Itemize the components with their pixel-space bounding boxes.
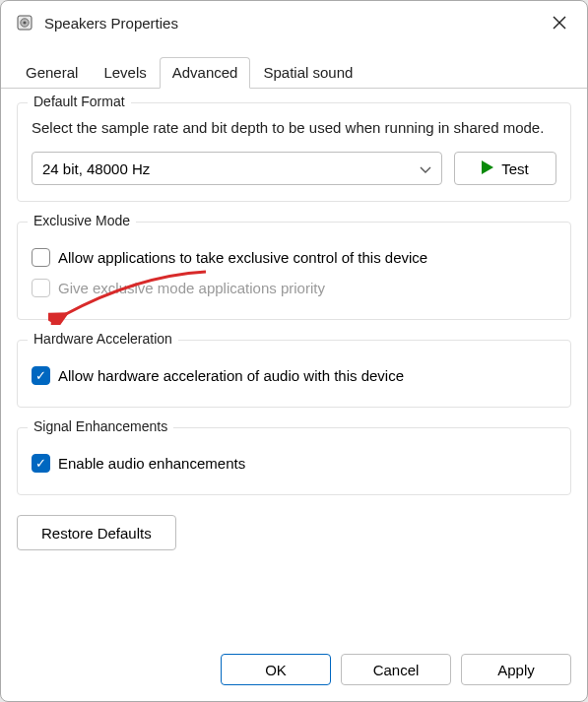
default-format-group: Default Format Select the sample rate an… bbox=[17, 102, 571, 202]
exclusive-mode-title: Exclusive Mode bbox=[28, 213, 136, 228]
svg-point-2 bbox=[23, 21, 26, 24]
exclusive-priority-checkbox bbox=[32, 279, 50, 297]
speaker-icon bbox=[15, 13, 34, 32]
format-dropdown[interactable]: 24 bit, 48000 Hz bbox=[32, 152, 442, 185]
hardware-accel-label: Allow hardware acceleration of audio wit… bbox=[58, 367, 404, 384]
tab-content: Default Format Select the sample rate an… bbox=[1, 89, 587, 644]
restore-defaults-label: Restore Defaults bbox=[41, 525, 152, 542]
cancel-label: Cancel bbox=[373, 662, 420, 678]
close-icon bbox=[553, 16, 566, 30]
close-button[interactable] bbox=[540, 7, 579, 38]
tab-row: General Levels Advanced Spatial sound bbox=[1, 56, 587, 89]
exclusive-mode-group: Exclusive Mode Allow applications to tak… bbox=[17, 222, 571, 320]
test-button-label: Test bbox=[501, 160, 529, 177]
tab-general[interactable]: General bbox=[13, 57, 91, 89]
apply-button[interactable]: Apply bbox=[461, 654, 571, 685]
test-button[interactable]: Test bbox=[454, 152, 556, 185]
restore-defaults-button[interactable]: Restore Defaults bbox=[17, 515, 176, 550]
default-format-title: Default Format bbox=[28, 94, 131, 109]
allow-exclusive-label: Allow applications to take exclusive con… bbox=[58, 249, 427, 266]
hardware-accel-title: Hardware Acceleration bbox=[28, 331, 178, 347]
cancel-button[interactable]: Cancel bbox=[341, 654, 451, 685]
hardware-accel-group: Hardware Acceleration ✓ Allow hardware a… bbox=[17, 340, 571, 408]
allow-exclusive-checkbox[interactable] bbox=[32, 248, 50, 267]
play-icon bbox=[482, 160, 493, 177]
dialog-footer: OK Cancel Apply bbox=[1, 644, 587, 701]
apply-label: Apply bbox=[497, 662, 535, 678]
check-icon: ✓ bbox=[35, 369, 46, 382]
titlebar: Speakers Properties bbox=[1, 1, 587, 44]
hardware-accel-checkbox[interactable]: ✓ bbox=[32, 366, 50, 385]
default-format-desc: Select the sample rate and bit depth to … bbox=[32, 117, 556, 138]
tab-spatial-sound[interactable]: Spatial sound bbox=[250, 57, 365, 89]
properties-window: Speakers Properties General Levels Advan… bbox=[0, 0, 588, 702]
signal-enhancements-title: Signal Enhancements bbox=[28, 418, 173, 434]
signal-enhancements-group: Signal Enhancements ✓ Enable audio enhan… bbox=[17, 427, 571, 495]
tab-advanced[interactable]: Advanced bbox=[160, 57, 251, 89]
check-icon: ✓ bbox=[35, 457, 46, 470]
exclusive-priority-label: Give exclusive mode applications priorit… bbox=[58, 280, 325, 296]
exclusive-priority-row: Give exclusive mode applications priorit… bbox=[32, 279, 556, 297]
allow-exclusive-row[interactable]: Allow applications to take exclusive con… bbox=[32, 248, 556, 267]
ok-button[interactable]: OK bbox=[221, 654, 331, 685]
chevron-down-icon bbox=[420, 160, 431, 177]
enable-enhancements-row[interactable]: ✓ Enable audio enhancements bbox=[32, 454, 556, 473]
enable-enhancements-checkbox[interactable]: ✓ bbox=[32, 454, 50, 473]
ok-label: OK bbox=[265, 662, 287, 678]
svg-marker-5 bbox=[482, 160, 493, 174]
tab-levels[interactable]: Levels bbox=[91, 57, 159, 89]
format-selected-value: 24 bit, 48000 Hz bbox=[42, 160, 150, 177]
hardware-accel-row[interactable]: ✓ Allow hardware acceleration of audio w… bbox=[32, 366, 556, 385]
window-title: Speakers Properties bbox=[44, 15, 540, 32]
enable-enhancements-label: Enable audio enhancements bbox=[58, 455, 245, 472]
